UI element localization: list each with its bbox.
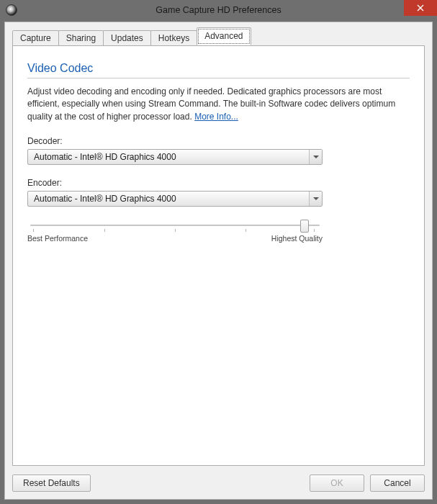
slider-max-label: Highest Quality: [271, 234, 323, 243]
titlebar[interactable]: Game Capture HD Preferences: [0, 0, 437, 20]
encoder-value: Automatic - Intel® HD Graphics 4000: [28, 194, 309, 204]
slider-labels: Best Performance Highest Quality: [27, 234, 323, 243]
button-label: OK: [330, 478, 343, 488]
tab-hotkeys[interactable]: Hotkeys: [150, 30, 197, 46]
chevron-down-icon: [313, 196, 319, 202]
encoder-quality-slider: Best Performance Highest Quality: [27, 217, 323, 243]
dialog-footer: Reset Defaults OK Cancel: [12, 474, 425, 492]
encoder-dropdown-button[interactable]: [309, 192, 322, 206]
slider-tick: [245, 229, 246, 232]
more-info-link[interactable]: More Info...: [194, 112, 238, 122]
slider-tick: [33, 229, 34, 232]
close-icon: [417, 4, 424, 12]
tab-panel-advanced: Video Codec Adjust video decoding and en…: [12, 45, 425, 466]
ok-button[interactable]: OK: [310, 474, 364, 492]
tab-label: Updates: [111, 33, 143, 43]
reset-defaults-button[interactable]: Reset Defaults: [12, 474, 91, 492]
decoder-value: Automatic - Intel® HD Graphics 4000: [28, 152, 309, 162]
preferences-window: Game Capture HD Preferences Capture Shar…: [0, 0, 437, 504]
tab-advanced[interactable]: Advanced: [197, 27, 251, 45]
slider-tick: [314, 229, 315, 232]
decoder-dropdown[interactable]: Automatic - Intel® HD Graphics 4000: [27, 149, 323, 165]
tab-label: Capture: [20, 33, 51, 43]
section-title: Video Codec: [27, 62, 410, 78]
button-label: Reset Defaults: [23, 478, 80, 488]
close-button[interactable]: [404, 0, 437, 16]
decoder-label: Decoder:: [27, 136, 410, 146]
tab-label: Advanced: [204, 31, 243, 41]
tab-label: Sharing: [66, 33, 96, 43]
slider-tick: [175, 229, 176, 232]
section-description: Adjust video decoding and encoding only …: [27, 86, 410, 123]
slider-thumb[interactable]: [300, 220, 309, 233]
slider-line: [30, 225, 320, 226]
decoder-dropdown-button[interactable]: [309, 150, 322, 164]
button-label: Cancel: [384, 478, 410, 488]
tab-updates[interactable]: Updates: [103, 30, 151, 46]
encoder-dropdown[interactable]: Automatic - Intel® HD Graphics 4000: [27, 191, 323, 207]
tab-bar: Capture Sharing Updates Hotkeys Advanced: [12, 30, 425, 45]
tab-label: Hotkeys: [158, 33, 189, 43]
tab-sharing[interactable]: Sharing: [58, 30, 104, 46]
tabs-container: Capture Sharing Updates Hotkeys Advanced…: [12, 30, 425, 466]
slider-track[interactable]: [27, 217, 323, 230]
cancel-button[interactable]: Cancel: [370, 474, 425, 492]
slider-tick: [104, 229, 105, 232]
tab-capture[interactable]: Capture: [12, 30, 59, 46]
encoder-label: Encoder:: [27, 178, 410, 188]
slider-min-label: Best Performance: [27, 234, 88, 243]
content-area: Capture Sharing Updates Hotkeys Advanced…: [4, 22, 433, 500]
window-title: Game Capture HD Preferences: [0, 5, 437, 15]
chevron-down-icon: [313, 154, 319, 160]
